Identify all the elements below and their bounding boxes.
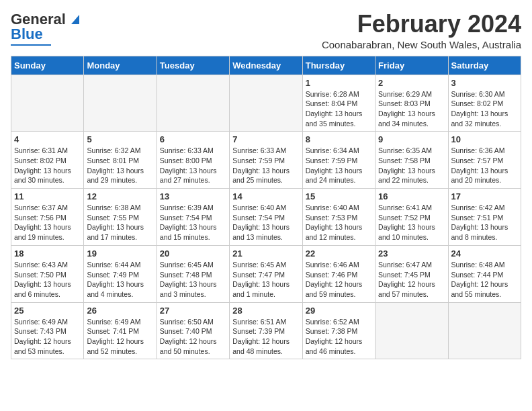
- day-info: Sunrise: 6:30 AM Sunset: 8:02 PM Dayligh…: [451, 89, 518, 129]
- calendar-cell: 5Sunrise: 6:32 AM Sunset: 8:01 PM Daylig…: [84, 132, 157, 189]
- day-info: Sunrise: 6:47 AM Sunset: 7:45 PM Dayligh…: [378, 260, 445, 300]
- day-number: 22: [306, 248, 372, 259]
- day-info: Sunrise: 6:48 AM Sunset: 7:44 PM Dayligh…: [451, 260, 518, 300]
- day-info: Sunrise: 6:45 AM Sunset: 7:47 PM Dayligh…: [232, 260, 299, 300]
- day-info: Sunrise: 6:49 AM Sunset: 7:41 PM Dayligh…: [87, 317, 153, 357]
- day-number: 5: [87, 134, 153, 144]
- day-info: Sunrise: 6:32 AM Sunset: 8:01 PM Dayligh…: [87, 146, 153, 185]
- day-number: 23: [378, 248, 445, 259]
- week-row-5: 25Sunrise: 6:49 AM Sunset: 7:43 PM Dayli…: [11, 302, 521, 359]
- col-monday: Monday: [84, 56, 157, 75]
- day-number: 24: [451, 248, 518, 259]
- week-row-4: 18Sunrise: 6:43 AM Sunset: 7:50 PM Dayli…: [11, 245, 521, 302]
- calendar-cell: [11, 75, 84, 132]
- day-info: Sunrise: 6:29 AM Sunset: 8:03 PM Dayligh…: [378, 89, 445, 129]
- logo-arrow-icon: [67, 12, 82, 27]
- day-number: 12: [87, 191, 153, 201]
- calendar-cell: 7Sunrise: 6:33 AM Sunset: 7:59 PM Daylig…: [230, 132, 302, 189]
- calendar-cell: 23Sunrise: 6:47 AM Sunset: 7:45 PM Dayli…: [375, 245, 448, 302]
- day-info: Sunrise: 6:45 AM Sunset: 7:48 PM Dayligh…: [160, 260, 226, 300]
- col-saturday: Saturday: [448, 56, 521, 75]
- calendar-cell: [448, 302, 521, 359]
- day-number: 8: [306, 134, 372, 144]
- day-number: 17: [451, 191, 518, 201]
- calendar-cell: 1Sunrise: 6:28 AM Sunset: 8:04 PM Daylig…: [302, 75, 375, 132]
- calendar-cell: 15Sunrise: 6:40 AM Sunset: 7:53 PM Dayli…: [302, 189, 375, 246]
- day-number: 21: [232, 248, 299, 259]
- calendar-table: Sunday Monday Tuesday Wednesday Thursday…: [11, 56, 521, 360]
- calendar-cell: [84, 75, 157, 132]
- day-info: Sunrise: 6:46 AM Sunset: 7:46 PM Dayligh…: [306, 260, 372, 300]
- calendar-cell: [375, 302, 448, 359]
- day-number: 26: [87, 306, 153, 316]
- day-info: Sunrise: 6:33 AM Sunset: 8:00 PM Dayligh…: [160, 146, 226, 185]
- col-wednesday: Wednesday: [230, 56, 302, 75]
- day-info: Sunrise: 6:43 AM Sunset: 7:50 PM Dayligh…: [14, 260, 81, 300]
- day-info: Sunrise: 6:52 AM Sunset: 7:38 PM Dayligh…: [306, 317, 372, 357]
- calendar-cell: 25Sunrise: 6:49 AM Sunset: 7:43 PM Dayli…: [11, 302, 84, 359]
- calendar-cell: 19Sunrise: 6:44 AM Sunset: 7:49 PM Dayli…: [84, 245, 157, 302]
- day-number: 11: [14, 191, 81, 201]
- day-info: Sunrise: 6:49 AM Sunset: 7:43 PM Dayligh…: [14, 317, 81, 357]
- day-number: 20: [160, 248, 226, 259]
- page-header: General Blue February 2024 Coonabarabran…: [11, 11, 521, 50]
- calendar-cell: [157, 75, 229, 132]
- day-number: 29: [306, 306, 372, 316]
- day-info: Sunrise: 6:50 AM Sunset: 7:40 PM Dayligh…: [160, 317, 226, 357]
- week-row-3: 11Sunrise: 6:37 AM Sunset: 7:56 PM Dayli…: [11, 189, 521, 246]
- calendar-cell: 17Sunrise: 6:42 AM Sunset: 7:51 PM Dayli…: [448, 189, 521, 246]
- col-tuesday: Tuesday: [157, 56, 229, 75]
- day-number: 27: [160, 306, 226, 316]
- day-info: Sunrise: 6:34 AM Sunset: 7:59 PM Dayligh…: [306, 146, 372, 185]
- day-number: 1: [306, 78, 372, 88]
- calendar-cell: 11Sunrise: 6:37 AM Sunset: 7:56 PM Dayli…: [11, 189, 84, 246]
- day-number: 15: [306, 191, 372, 201]
- day-info: Sunrise: 6:40 AM Sunset: 7:53 PM Dayligh…: [306, 203, 372, 242]
- day-info: Sunrise: 6:36 AM Sunset: 7:57 PM Dayligh…: [451, 146, 518, 185]
- calendar-cell: 6Sunrise: 6:33 AM Sunset: 8:00 PM Daylig…: [157, 132, 229, 189]
- week-row-1: 1Sunrise: 6:28 AM Sunset: 8:04 PM Daylig…: [11, 75, 521, 132]
- day-number: 7: [232, 134, 299, 144]
- day-info: Sunrise: 6:28 AM Sunset: 8:04 PM Dayligh…: [306, 89, 372, 129]
- day-info: Sunrise: 6:41 AM Sunset: 7:52 PM Dayligh…: [378, 203, 445, 242]
- day-info: Sunrise: 6:31 AM Sunset: 8:02 PM Dayligh…: [14, 146, 81, 185]
- calendar-cell: 27Sunrise: 6:50 AM Sunset: 7:40 PM Dayli…: [157, 302, 229, 359]
- day-number: 28: [232, 306, 299, 316]
- calendar-header-row: Sunday Monday Tuesday Wednesday Thursday…: [11, 56, 521, 75]
- day-number: 3: [451, 78, 518, 88]
- day-number: 18: [14, 248, 81, 259]
- calendar-cell: [230, 75, 302, 132]
- calendar-cell: 28Sunrise: 6:51 AM Sunset: 7:39 PM Dayli…: [230, 302, 302, 359]
- day-number: 14: [232, 191, 299, 201]
- svg-marker-0: [71, 15, 79, 24]
- day-number: 9: [378, 134, 445, 144]
- day-number: 6: [160, 134, 226, 144]
- calendar-cell: 13Sunrise: 6:39 AM Sunset: 7:54 PM Dayli…: [157, 189, 229, 246]
- calendar-cell: 16Sunrise: 6:41 AM Sunset: 7:52 PM Dayli…: [375, 189, 448, 246]
- day-info: Sunrise: 6:37 AM Sunset: 7:56 PM Dayligh…: [14, 203, 81, 242]
- calendar-cell: 8Sunrise: 6:34 AM Sunset: 7:59 PM Daylig…: [302, 132, 375, 189]
- calendar-cell: 2Sunrise: 6:29 AM Sunset: 8:03 PM Daylig…: [375, 75, 448, 132]
- day-info: Sunrise: 6:39 AM Sunset: 7:54 PM Dayligh…: [160, 203, 226, 242]
- day-number: 4: [14, 134, 81, 144]
- logo-underline: [11, 44, 51, 46]
- week-row-2: 4Sunrise: 6:31 AM Sunset: 8:02 PM Daylig…: [11, 132, 521, 189]
- title-section: February 2024 Coonabarabran, New South W…: [322, 11, 521, 50]
- calendar-cell: 14Sunrise: 6:40 AM Sunset: 7:54 PM Dayli…: [230, 189, 302, 246]
- day-info: Sunrise: 6:44 AM Sunset: 7:49 PM Dayligh…: [87, 260, 153, 300]
- calendar-cell: 18Sunrise: 6:43 AM Sunset: 7:50 PM Dayli…: [11, 245, 84, 302]
- day-info: Sunrise: 6:35 AM Sunset: 7:58 PM Dayligh…: [378, 146, 445, 185]
- day-info: Sunrise: 6:40 AM Sunset: 7:54 PM Dayligh…: [232, 203, 299, 242]
- day-number: 13: [160, 191, 226, 201]
- day-number: 2: [378, 78, 445, 88]
- col-thursday: Thursday: [302, 56, 375, 75]
- day-number: 19: [87, 248, 153, 259]
- logo-blue: Blue: [11, 26, 43, 42]
- calendar-cell: 12Sunrise: 6:38 AM Sunset: 7:55 PM Dayli…: [84, 189, 157, 246]
- month-title: February 2024: [322, 11, 521, 38]
- calendar-cell: 10Sunrise: 6:36 AM Sunset: 7:57 PM Dayli…: [448, 132, 521, 189]
- calendar-cell: 21Sunrise: 6:45 AM Sunset: 7:47 PM Dayli…: [230, 245, 302, 302]
- location-title: Coonabarabran, New South Wales, Australi…: [322, 39, 521, 50]
- calendar-cell: 20Sunrise: 6:45 AM Sunset: 7:48 PM Dayli…: [157, 245, 229, 302]
- day-info: Sunrise: 6:42 AM Sunset: 7:51 PM Dayligh…: [451, 203, 518, 242]
